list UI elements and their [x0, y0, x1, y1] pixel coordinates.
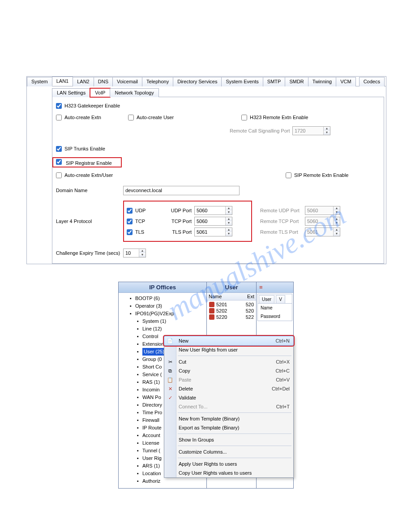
- sip-trunks-checkbox[interactable]: [56, 146, 62, 152]
- menu-copy-user-rights[interactable]: Copy User Rights values to users: [164, 468, 293, 477]
- tab-system-events[interactable]: System Events: [221, 77, 263, 86]
- user-col-name[interactable]: Name: [209, 294, 247, 299]
- user-row[interactable]: 5202520: [208, 308, 255, 314]
- remote-udp-input[interactable]: [305, 207, 333, 214]
- spinner-up-icon[interactable]: ▲: [226, 228, 232, 232]
- spinner-up-icon[interactable]: ▲: [139, 249, 146, 253]
- auto-create-extn-checkbox[interactable]: [56, 115, 62, 120]
- tree-node[interactable]: ▪Line (12): [121, 325, 206, 333]
- sip-remote-label: SIP Remote Extn Enable: [294, 172, 348, 178]
- menu-validate[interactable]: ✓ Validate: [164, 393, 293, 402]
- tab-v-detail[interactable]: V: [276, 295, 285, 303]
- tcp-port-spinner[interactable]: ▲▼: [194, 217, 232, 226]
- spinner-down-icon[interactable]: ▼: [334, 232, 340, 236]
- tab-telephony[interactable]: Telephony: [142, 77, 173, 86]
- spinner-up-icon[interactable]: ▲: [334, 228, 340, 232]
- tcp-label: TCP: [135, 219, 166, 224]
- menu-copy[interactable]: ⧉ CopyCtrl+C: [164, 366, 293, 375]
- remote-tls-input[interactable]: [305, 228, 333, 236]
- tab-system[interactable]: System: [27, 77, 52, 86]
- spinner-up-icon[interactable]: ▲: [226, 217, 232, 221]
- tab-user-detail[interactable]: User: [259, 295, 274, 303]
- menu-customize-columns[interactable]: Customize Columns...: [164, 447, 293, 456]
- tab-dns[interactable]: DNS: [94, 77, 113, 86]
- user-col-ext[interactable]: Ext: [247, 294, 254, 299]
- tab-smdr[interactable]: SMDR: [285, 77, 308, 86]
- tls-checkbox[interactable]: [127, 229, 133, 235]
- auto-create-extn-label: Auto-create Extn: [64, 115, 122, 120]
- spinner-down-icon[interactable]: ▼: [226, 232, 232, 236]
- spinner-up-icon[interactable]: ▲: [226, 206, 232, 210]
- tree-node[interactable]: ▪System (1): [121, 317, 206, 325]
- menu-delete[interactable]: ✕ DeleteCtrl+Del: [164, 384, 293, 393]
- tab-lan-settings[interactable]: LAN Settings: [52, 88, 90, 97]
- tls-port-spinner[interactable]: ▲▼: [194, 227, 232, 236]
- menu-cut[interactable]: ✂ CutCtrl+X: [164, 357, 293, 366]
- remote-tcp-spinner[interactable]: ▲▼: [305, 217, 340, 226]
- tls-port-input[interactable]: [195, 228, 225, 236]
- cut-icon: ✂: [167, 358, 174, 365]
- tree-item-icon: ▪: [135, 379, 141, 386]
- tree-item-icon: ▪: [135, 326, 141, 332]
- tab-directory-services[interactable]: Directory Services: [173, 77, 222, 86]
- sip-registrar-checkbox[interactable]: [56, 159, 62, 165]
- tree-item-icon: ▪: [135, 341, 141, 348]
- tab-voip[interactable]: VoIP: [90, 88, 110, 97]
- sip-remote-checkbox[interactable]: [286, 172, 291, 178]
- tree-node[interactable]: ▪BOOTP (6): [121, 295, 206, 302]
- udp-checkbox[interactable]: [127, 208, 133, 214]
- user-row[interactable]: 5220522: [208, 314, 255, 320]
- spinner-up-icon[interactable]: ▲: [324, 127, 330, 131]
- menu-export-template[interactable]: Export as Template (Binary): [164, 423, 293, 432]
- remote-call-port-input[interactable]: [293, 127, 323, 134]
- auto-create-user-checkbox[interactable]: [128, 115, 134, 120]
- challenge-input[interactable]: [124, 249, 139, 257]
- tab-twinning[interactable]: Twinning: [308, 77, 336, 86]
- user-row[interactable]: 5201520: [208, 301, 255, 308]
- tcp-checkbox[interactable]: [127, 219, 133, 224]
- spinner-up-icon[interactable]: ▲: [334, 206, 340, 210]
- user-list[interactable]: 520152052025205220522: [207, 300, 256, 321]
- remote-udp-spinner[interactable]: ▲▼: [305, 206, 340, 215]
- spinner-up-icon[interactable]: ▲: [334, 217, 340, 221]
- udp-port-spinner[interactable]: ▲▼: [194, 206, 232, 215]
- spinner-down-icon[interactable]: ▼: [226, 210, 232, 215]
- challenge-spinner[interactable]: ▲▼: [123, 249, 146, 257]
- tree-item-icon: ▪: [135, 349, 141, 355]
- domain-name-input[interactable]: [123, 186, 240, 195]
- spinner-down-icon[interactable]: ▼: [334, 221, 340, 225]
- tab-voicemail[interactable]: Voicemail: [112, 77, 142, 86]
- tab-smtp[interactable]: SMTP: [263, 77, 286, 86]
- sip-registrar-highlight: SIP Registrar Enable: [52, 157, 122, 167]
- tab-network-topology[interactable]: Network Topology: [110, 88, 158, 97]
- spinner-down-icon[interactable]: ▼: [334, 210, 340, 215]
- tree-item-icon: ▪: [135, 463, 141, 469]
- remote-call-port-spinner[interactable]: ▲▼: [292, 126, 330, 135]
- tree-item-icon: ▪: [135, 402, 141, 408]
- tree-node[interactable]: ▪IPO91(PG)V2Exp: [121, 310, 206, 317]
- tab-lan1[interactable]: LAN1: [52, 77, 73, 86]
- tab-lan2[interactable]: LAN2: [73, 77, 94, 86]
- tree-node[interactable]: ▪Operator (3): [121, 302, 206, 310]
- tab-codecs[interactable]: Codecs: [359, 77, 385, 86]
- tree-node[interactable]: ▪Authoriz: [121, 477, 206, 485]
- udp-port-input[interactable]: [195, 207, 225, 214]
- delete-icon: ✕: [167, 385, 174, 392]
- menu-apply-user-rights[interactable]: Apply User Rights to users: [164, 459, 293, 468]
- menu-new-template[interactable]: New from Template (Binary): [164, 414, 293, 423]
- spinner-down-icon[interactable]: ▼: [324, 131, 330, 135]
- menu-new-user-rights[interactable]: New User Rights from user: [164, 345, 293, 354]
- h323-remote-checkbox[interactable]: [241, 115, 247, 120]
- user-icon: [209, 314, 214, 320]
- spinner-down-icon[interactable]: ▼: [226, 221, 232, 225]
- tcp-port-input[interactable]: [195, 218, 225, 225]
- menu-new[interactable]: 📄 NewCtrl+N: [164, 336, 294, 346]
- remote-tls-spinner[interactable]: ▲▼: [305, 227, 340, 236]
- menu-show-groups[interactable]: Show In Groups: [164, 435, 293, 444]
- tree-item-icon: ▪: [128, 296, 134, 302]
- h323-gatekeeper-checkbox[interactable]: [56, 103, 62, 109]
- auto-create-extn-user-checkbox[interactable]: [56, 172, 62, 178]
- remote-tcp-input[interactable]: [305, 218, 333, 225]
- tab-vcm[interactable]: VCM: [336, 77, 355, 86]
- spinner-down-icon[interactable]: ▼: [139, 253, 146, 257]
